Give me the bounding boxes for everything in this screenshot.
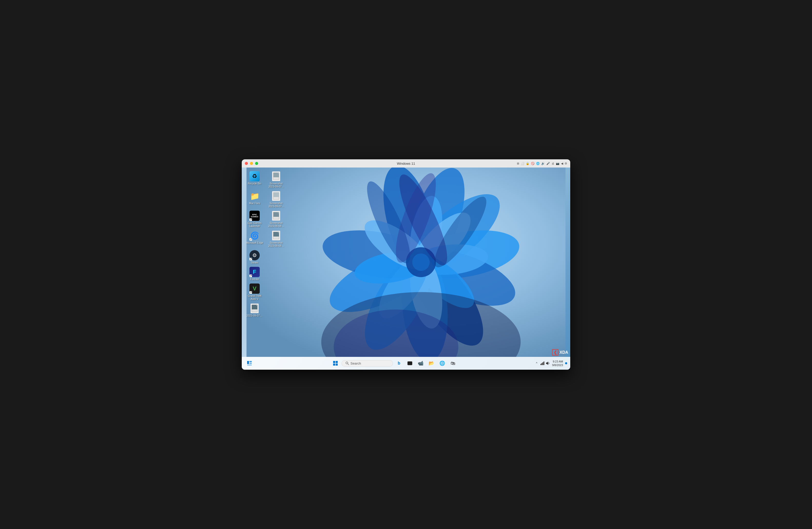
screenshot-4-icon[interactable]: Screenshot 2023-09-08 ... bbox=[266, 229, 286, 249]
icon-row-4: ⚙ ↗ Steam bbox=[244, 249, 286, 265]
icon-row-0: ♻ Recycle Bin Screensh bbox=[244, 170, 286, 189]
epic-games-icon[interactable]: EPICGAMES ↗ Epic Games Launcher bbox=[244, 210, 265, 229]
recycle-bin-icon[interactable]: ♻ Recycle Bin bbox=[244, 170, 265, 189]
screenshot-1-image bbox=[271, 171, 281, 181]
screenshot-1-icon[interactable]: Screenshot 2023-09-07... bbox=[266, 170, 286, 189]
epic-games-image: EPICGAMES ↗ bbox=[249, 211, 260, 221]
fortnite-icon[interactable]: F ↗ Fortnite bbox=[244, 266, 265, 282]
search-bar[interactable]: Search bbox=[342, 360, 393, 367]
screenshot-3-visual bbox=[272, 211, 280, 221]
notification-dot[interactable] bbox=[565, 362, 567, 364]
mac-files-icon[interactable]: 📁 Mac Files bbox=[244, 190, 265, 209]
screenshot-2-visual bbox=[272, 191, 280, 201]
recycle-bin-label: Recycle Bin bbox=[248, 182, 262, 185]
svg-rect-42 bbox=[247, 361, 249, 364]
shortcut-arrow-5: ↗ bbox=[249, 291, 252, 294]
tray-volume-icon[interactable] bbox=[545, 361, 550, 366]
shortcut-arrow-3: ↗ bbox=[249, 258, 252, 260]
mac-window-controls bbox=[245, 162, 258, 165]
taskbar-left bbox=[245, 359, 254, 368]
steam-icon[interactable]: ⚙ ↗ Steam bbox=[244, 249, 265, 265]
gta-image: V ↗ bbox=[249, 283, 260, 294]
titlebar-icon-4: 🚫 bbox=[531, 162, 535, 165]
titlebar-icon-5: 🌐 bbox=[536, 162, 540, 165]
svg-rect-46 bbox=[333, 361, 335, 363]
network-icon bbox=[540, 361, 544, 365]
file-svg-2 bbox=[273, 192, 280, 200]
clock-time: 9:23 AM bbox=[553, 360, 563, 363]
screenshot-4-label: Screenshot 2023-09-08 ... bbox=[267, 241, 285, 248]
screenshot-3-image bbox=[271, 211, 281, 221]
titlebar-icon-6: 🔊 bbox=[541, 162, 545, 165]
tray-chevron[interactable]: ^ bbox=[534, 361, 539, 366]
screenshot-5-label: 2023-09-07 ... bbox=[247, 314, 263, 317]
edge-taskbar-button[interactable]: 🌐 bbox=[438, 359, 447, 368]
fortnite-label: Fortnite bbox=[250, 278, 259, 281]
svg-rect-43 bbox=[249, 361, 252, 362]
svg-rect-47 bbox=[336, 361, 338, 363]
teams-button[interactable]: 📹 bbox=[416, 359, 425, 368]
edge-icon[interactable]: 🌀 ↗ Microsoft Edge bbox=[244, 229, 265, 249]
file-explorer-button[interactable]: 📂 bbox=[427, 359, 436, 368]
steam-image: ⚙ ↗ bbox=[249, 250, 260, 260]
mac-window: Windows 11 ⊞ ⬜ 🔒 🚫 🌐 🔊 🎤 🖨 📷 ◀ ⚙ bbox=[242, 159, 570, 370]
desktop-icons-container: ♻ Recycle Bin Screensh bbox=[244, 170, 286, 318]
screenshot-5-image bbox=[249, 303, 260, 313]
steam-label: Steam bbox=[251, 261, 258, 264]
start-button[interactable] bbox=[331, 359, 340, 368]
edge-taskbar-icon: 🌐 bbox=[439, 361, 445, 366]
xda-bracket-icon: ❮ bbox=[552, 349, 559, 356]
file-svg-5 bbox=[251, 304, 258, 312]
icon-row-5: F ↗ Fortnite bbox=[244, 266, 286, 282]
screenshot-5-icon[interactable]: 2023-09-07 ... bbox=[244, 302, 265, 318]
bing-chat-button[interactable]: b bbox=[394, 359, 404, 368]
screenshot-3-icon[interactable]: Screenshot 2023-09-08 ... bbox=[266, 210, 286, 229]
svg-rect-49 bbox=[336, 364, 338, 366]
clock[interactable]: 9:23 AM 9/8/2023 bbox=[552, 360, 563, 367]
widgets-icon bbox=[247, 361, 252, 366]
svg-rect-48 bbox=[333, 364, 335, 366]
svg-point-20 bbox=[412, 253, 430, 271]
gta-icon[interactable]: V ↗ Grand Theft Auto V bbox=[244, 282, 265, 302]
fortnite-image: F ↗ bbox=[249, 267, 260, 277]
file-svg-4 bbox=[273, 231, 280, 240]
wallpaper bbox=[242, 167, 570, 357]
icon-row-6: V ↗ Grand Theft Auto V bbox=[244, 282, 286, 302]
titlebar-icon-7: 🎤 bbox=[546, 162, 550, 165]
close-button[interactable] bbox=[245, 162, 248, 165]
screenshot-5-visual bbox=[250, 304, 259, 313]
recycle-icon-visual: ♻ bbox=[249, 171, 260, 181]
screenshot-1-label: Screenshot 2023-09-07... bbox=[267, 182, 285, 188]
icon-row-3: 🌀 ↗ Microsoft Edge bbox=[244, 229, 286, 249]
epic-games-label: Epic Games Launcher bbox=[245, 222, 264, 228]
epic-text: EPICGAMES bbox=[251, 214, 258, 218]
svg-rect-56 bbox=[541, 363, 542, 365]
svg-point-50 bbox=[346, 362, 348, 364]
taskbar-center: Search b 📹 bbox=[254, 359, 534, 368]
minimize-button[interactable] bbox=[250, 162, 253, 165]
svg-point-54 bbox=[409, 363, 411, 364]
svg-rect-44 bbox=[249, 363, 252, 364]
search-label: Search bbox=[351, 362, 361, 365]
screenshot-2-icon[interactable]: Screenshot 2023-09-07... bbox=[266, 190, 286, 209]
mac-titlebar: Windows 11 ⊞ ⬜ 🔒 🚫 🌐 🔊 🎤 🖨 📷 ◀ ⚙ bbox=[242, 159, 570, 167]
screenshot-4-visual bbox=[272, 231, 280, 240]
edge-label: Microsoft Edge bbox=[246, 241, 263, 245]
titlebar-icon-2: ⬜ bbox=[521, 162, 524, 165]
xbox-button[interactable] bbox=[405, 359, 415, 368]
shortcut-arrow-2: ↗ bbox=[249, 238, 252, 241]
tray-network-icon[interactable] bbox=[540, 361, 545, 366]
windows11-desktop: ♻ Recycle Bin Screensh bbox=[242, 167, 570, 370]
titlebar-icon-8: 🖨 bbox=[552, 162, 554, 165]
taskbar: Search b 📹 bbox=[242, 357, 570, 370]
ms-store-button[interactable]: 🛍 bbox=[448, 359, 458, 368]
screenshot-4-image bbox=[271, 230, 281, 241]
widgets-button[interactable] bbox=[245, 359, 254, 368]
maximize-button[interactable] bbox=[255, 162, 258, 165]
icon-row-2: EPICGAMES ↗ Epic Games Launcher bbox=[244, 210, 286, 229]
bing-icon: b bbox=[398, 361, 400, 366]
file-svg bbox=[273, 172, 280, 180]
svg-rect-57 bbox=[542, 362, 543, 365]
wallpaper-svg bbox=[242, 167, 570, 357]
screenshot-3-label: Screenshot 2023-09-08 ... bbox=[267, 222, 285, 228]
